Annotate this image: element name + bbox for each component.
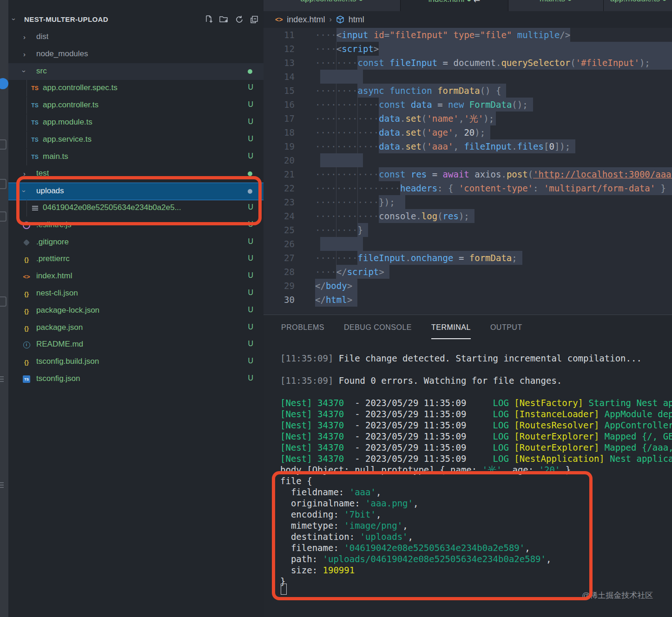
breadcrumb-separator: › xyxy=(329,15,331,24)
line-number: 16 xyxy=(264,98,295,112)
tree-item-node_modules[interactable]: ›node_modules xyxy=(8,46,264,63)
line-number: 18 xyxy=(264,125,295,139)
code-text: ············const data = new FormData(); xyxy=(315,98,528,112)
new-folder-icon[interactable] xyxy=(219,15,229,24)
html-file-icon: <> xyxy=(275,16,283,23)
tree-item-src[interactable]: ›src xyxy=(8,63,264,80)
code-line-27[interactable]: 27········fileInput.onchange = formData; xyxy=(264,251,672,265)
editor-tab-app.module.ts[interactable]: app.module.ts ● xyxy=(604,0,672,11)
modified-dot-badge xyxy=(248,171,252,176)
editor-tab-main.ts[interactable]: main.ts ● xyxy=(508,0,604,11)
collapse-all-icon[interactable] xyxy=(250,15,259,24)
tree-item-label: node_modules xyxy=(36,49,88,59)
tree-item-app.controller.spec.ts[interactable]: TSapp.controller.spec.tsU xyxy=(8,80,264,97)
readme-info-icon: i xyxy=(22,340,31,350)
code-line-18[interactable]: 18············data.set('age', 20); xyxy=(264,125,672,139)
code-line-26[interactable]: 26 xyxy=(264,237,672,251)
breadcrumb-node[interactable]: html xyxy=(349,15,364,25)
code-line-15[interactable]: 15········async function formData() { xyxy=(264,84,672,98)
activity-icon[interactable] xyxy=(0,211,7,222)
tree-item-.gitignore[interactable]: .gitignoreU xyxy=(8,234,264,251)
code-line-25[interactable]: 25········} xyxy=(264,223,672,237)
code-text: ················headers: { 'content-type… xyxy=(315,181,666,195)
tree-item-index.html[interactable]: <>index.htmlU xyxy=(8,268,264,285)
list-icon[interactable] xyxy=(0,376,4,377)
terminal-line: [11:35:09] Found 0 errors. Watching for … xyxy=(280,375,672,386)
line-number: 22 xyxy=(264,181,295,195)
code-line-24[interactable]: 24············console.log(res); xyxy=(264,209,672,223)
tree-item-package-lock.json[interactable]: {}package-lock.jsonU xyxy=(8,302,264,319)
selection-highlight xyxy=(320,153,362,167)
tree-item-.prettierrc[interactable]: {}.prettierrcU xyxy=(8,251,264,268)
tree-item-app.controller.ts[interactable]: TSapp.controller.tsU xyxy=(8,97,264,114)
activity-icon[interactable] xyxy=(0,139,7,150)
split-editor-icon[interactable]: ⇄ xyxy=(471,0,480,4)
code-text: ····</script> xyxy=(315,265,384,279)
tree-item-label: tsconfig.json xyxy=(36,374,80,383)
tree-item-app.module.ts[interactable]: TSapp.module.tsU xyxy=(8,114,264,131)
tree-item-main.ts[interactable]: TSmain.tsU xyxy=(8,149,264,165)
code-line-13[interactable]: 13········const fileInput = document.que… xyxy=(264,56,672,70)
explorer-sidebar: EXPLORER › NEST-MULTER-UPLOAD ›dist›node… xyxy=(8,0,264,617)
breadcrumb[interactable]: <> index.html › html xyxy=(264,11,672,28)
code-line-21[interactable]: 21············const res = await axios.po… xyxy=(264,167,672,181)
chevron-right-icon: › xyxy=(23,50,26,58)
dirty-dot-icon: ● xyxy=(565,0,572,3)
code-line-16[interactable]: 16············const data = new FormData(… xyxy=(264,98,672,112)
code-line-29[interactable]: 29</body> xyxy=(264,279,672,293)
tree-item-dist[interactable]: ›dist xyxy=(8,29,264,46)
project-root-row[interactable]: › NEST-MULTER-UPLOAD xyxy=(8,11,264,28)
panel-tab-debug-console[interactable]: DEBUG CONSOLE xyxy=(344,323,412,339)
code-line-20[interactable]: 20 xyxy=(264,153,672,167)
list-icon[interactable] xyxy=(0,482,4,483)
line-number: 13 xyxy=(264,56,295,70)
tree-item-tsconfig.build.json[interactable]: {}tsconfig.build.jsonU xyxy=(8,354,264,370)
modified-dot-badge xyxy=(248,69,252,74)
panel-tab-problems[interactable]: PROBLEMS xyxy=(281,323,324,339)
panel-tab-output[interactable]: OUTPUT xyxy=(490,323,522,339)
terminal-line xyxy=(280,386,672,397)
panel-tab-bar: PROBLEMSDEBUG CONSOLETERMINALOUTPUT xyxy=(281,323,522,339)
code-editor[interactable]: 11····<input id="fileInput" type="file" … xyxy=(264,28,672,315)
tree-item-app.service.ts[interactable]: TSapp.service.tsU xyxy=(8,131,264,148)
code-line-30[interactable]: 30</html> xyxy=(264,293,672,307)
tree-item-label: .gitignore xyxy=(36,237,69,247)
breadcrumb-file[interactable]: index.html xyxy=(287,15,325,25)
json-file-icon: {} xyxy=(22,289,31,299)
tree-item-README.md[interactable]: iREADME.mdU xyxy=(8,336,264,353)
tree-item-label: package.json xyxy=(36,323,83,332)
code-line-23[interactable]: 23············}); xyxy=(264,195,672,209)
code-line-17[interactable]: 17············data.set('name','光'); xyxy=(264,112,672,125)
code-line-22[interactable]: 22················headers: { 'content-ty… xyxy=(264,181,672,195)
untracked-badge: U xyxy=(248,237,253,246)
tree-item-label: nest-cli.json xyxy=(36,289,78,298)
untracked-badge: U xyxy=(248,118,253,126)
tree-item-label: app.controller.spec.ts xyxy=(43,83,118,92)
terminal-line: [Nest] 34370 - 2023/05/29 11:35:09 LOG [… xyxy=(280,408,672,420)
tree-item-tsconfig.json[interactable]: TStsconfig.jsonU xyxy=(8,371,264,387)
panel-tab-terminal[interactable]: TERMINAL xyxy=(431,323,471,339)
code-line-12[interactable]: 12····<script> xyxy=(264,42,672,56)
new-file-icon[interactable] xyxy=(204,15,213,24)
dirty-dot-icon: ● xyxy=(660,0,667,3)
code-line-14[interactable]: 14 xyxy=(264,70,672,84)
terminal-line xyxy=(280,364,672,375)
tree-item-package.json[interactable]: {}package.jsonU xyxy=(8,320,264,336)
html-file-icon: <> xyxy=(22,271,31,282)
code-line-11[interactable]: 11····<input id="fileInput" type="file" … xyxy=(264,28,672,42)
editor-tab-index.html[interactable]: index.html ● ⇄ xyxy=(401,0,508,11)
code-line-19[interactable]: 19············data.set('aaa', fileInput.… xyxy=(264,139,672,153)
activity-icon[interactable] xyxy=(0,296,7,307)
line-number: 25 xyxy=(264,223,295,237)
refresh-icon[interactable] xyxy=(235,15,244,24)
line-number: 17 xyxy=(264,112,295,125)
terminal-line: [Nest] 34370 - 2023/05/29 11:35:09 LOG [… xyxy=(280,420,672,431)
tree-item-nest-cli.json[interactable]: {}nest-cli.jsonU xyxy=(8,285,264,302)
editor-tab-app.controller.ts[interactable]: app.controller.ts ● xyxy=(264,0,401,11)
selection-highlight xyxy=(379,42,672,56)
tree-item-label: package-lock.json xyxy=(36,306,99,315)
activity-icon[interactable] xyxy=(0,179,7,189)
terminal-line: [Nest] 34370 - 2023/05/29 11:35:09 LOG [… xyxy=(280,453,672,464)
notification-badge-icon[interactable] xyxy=(0,78,8,89)
code-line-28[interactable]: 28····</script> xyxy=(264,265,672,279)
